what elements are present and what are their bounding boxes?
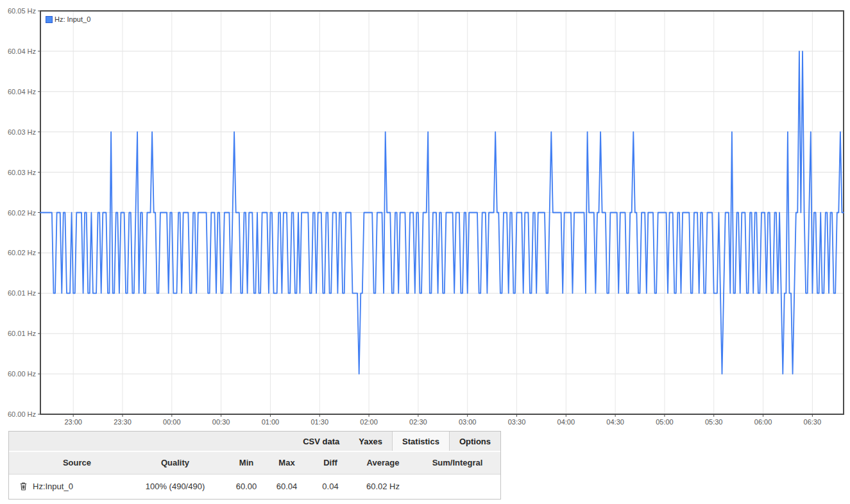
y-tick-label: 60.02 Hz [8,209,36,217]
y-tick-label: 60.01 Hz [8,330,36,337]
header-icon-spacer [9,452,32,474]
y-tick-label: 60.04 Hz [8,47,36,55]
frequency-logger-app: 60.05 Hz60.04 Hz60.04 Hz60.03 Hz60.03 Hz… [0,0,850,504]
chart-legend[interactable]: Hz: Input_0 [46,15,90,23]
header-min: Min [228,452,264,474]
trash-icon [19,481,28,491]
header-diff: Diff [309,452,352,474]
cell-quality: 100% (490/490) [122,474,228,499]
header-quality: Quality [122,452,228,474]
table-row: Hz:Input_0 100% (490/490) 60.00 60.04 0.… [9,474,500,499]
tab-options[interactable]: Options [450,432,500,451]
header-source: Source [32,452,122,474]
x-tick-label: 04:30 [606,418,624,426]
frequency-chart-canvas[interactable]: 60.05 Hz60.04 Hz60.04 Hz60.03 Hz60.03 Hz… [0,0,850,428]
x-tick-label: 06:30 [804,418,822,426]
y-tick-label: 60.00 Hz [8,410,36,418]
y-tick-label: 60.03 Hz [8,169,36,176]
header-average: Average [352,452,414,474]
x-tick-label: 02:30 [409,418,427,426]
cell-average: 60.02 Hz [352,474,414,499]
x-tick-label: 03:00 [459,418,477,426]
legend-label: Hz: Input_0 [55,15,90,23]
cell-min: 60.00 [228,474,264,499]
cell-sum-integral [414,474,500,499]
tab-statistics[interactable]: Statistics [392,432,450,451]
x-tick-label: 00:30 [212,418,230,426]
header-sum-integral: Sum/Integral [414,452,500,474]
x-tick-label: 03:30 [508,418,526,426]
statistics-table: Source Quality Min Max Diff Average Sum/… [9,452,500,499]
x-tick-label: 23:00 [64,418,82,426]
y-tick-label: 60.02 Hz [8,249,36,256]
delete-source-button[interactable] [13,480,28,493]
cell-source: Hz:Input_0 [32,474,122,499]
table-header-row: Source Quality Min Max Diff Average Sum/… [9,452,500,474]
y-tick-label: 60.04 Hz [8,88,36,96]
y-tick-label: 60.05 Hz [8,7,36,15]
x-tick-label: 05:00 [656,418,674,426]
x-tick-label: 06:00 [754,418,772,426]
tab-yaxes[interactable]: Yaxes [349,432,392,451]
chart-area[interactable]: 60.05 Hz60.04 Hz60.04 Hz60.03 Hz60.03 Hz… [0,0,850,428]
x-tick-label: 00:00 [163,418,181,426]
cell-diff: 0.04 [309,474,352,499]
x-tick-label: 02:00 [360,418,378,426]
header-max: Max [264,452,309,474]
cell-max: 60.04 [264,474,309,499]
x-tick-label: 05:30 [705,418,723,426]
y-tick-label: 60.00 Hz [8,370,36,378]
y-tick-label: 60.03 Hz [8,128,36,136]
statistics-panel: CSV data Yaxes Statistics Options Source… [8,431,501,500]
legend-swatch-icon [46,16,53,23]
tab-csv-data[interactable]: CSV data [293,432,349,451]
panel-tab-bar: CSV data Yaxes Statistics Options [9,432,500,452]
x-tick-label: 04:00 [557,418,575,426]
x-tick-label: 23:30 [114,418,132,426]
x-tick-label: 01:30 [310,418,328,426]
x-tick-label: 01:00 [262,418,280,426]
y-tick-label: 60.01 Hz [8,289,36,297]
